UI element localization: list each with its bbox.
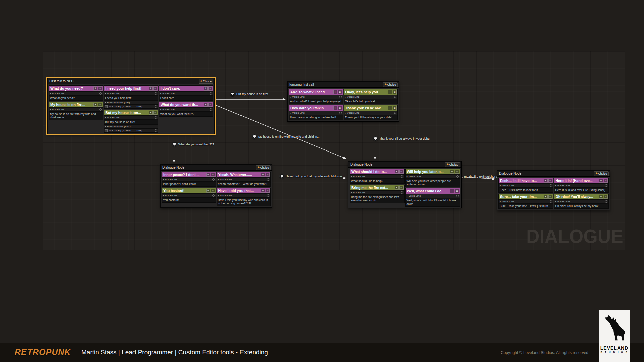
voice-line-row[interactable]: ▾ Voice Line — [554, 199, 609, 203]
dialogue-line-text[interactable]: What should I do to help? — [350, 178, 404, 183]
choice-entry[interactable]: I need your help first! + ≡ ▾ Voice Line… — [104, 85, 158, 109]
choice-entry-header[interactable]: Well, what could I do... + ≡ — [406, 188, 460, 194]
add-icon[interactable]: + — [93, 103, 97, 107]
add-icon[interactable]: + — [599, 195, 603, 199]
dialogue-line-text[interactable]: And so what? I need your help anyways! — [289, 99, 343, 104]
voice-line-row[interactable]: ▾ Voice Line — [350, 190, 404, 194]
connector-pin[interactable] — [155, 92, 157, 95]
connector-pin[interactable] — [394, 112, 396, 114]
node-header[interactable]: Dialogue Node + Choice — [348, 162, 461, 168]
choice-entry-header[interactable]: My house is on fire... + ≡ — [49, 102, 103, 107]
add-icon[interactable]: + — [206, 173, 210, 177]
voice-line-row[interactable]: ▾ Voice Line — [350, 174, 404, 178]
choice-entry[interactable]: Thank you! I'll be alw... + ≡ ▾ Voice Li… — [344, 105, 398, 120]
connector-pin[interactable] — [210, 92, 212, 95]
add-icon[interactable]: + — [206, 189, 210, 193]
choice-entry-header[interactable]: But my house is on... + ≡ — [104, 110, 158, 115]
connector-pin[interactable] — [550, 184, 552, 187]
dialogue-line-text[interactable]: Bring me the fire extinguisher and let's… — [350, 194, 404, 203]
add-icon[interactable]: + — [388, 106, 392, 110]
dialogue-line-text[interactable]: Sure... take your time... It will just b… — [499, 203, 553, 208]
menu-icon[interactable]: ≡ — [98, 103, 102, 107]
choice-entry-header[interactable]: Eeeh... I still have to... + ≡ — [499, 178, 553, 183]
dialogue-line-text[interactable]: Inner peace? I don't know... — [162, 181, 216, 186]
add-icon[interactable]: + — [261, 189, 265, 193]
connector-pin[interactable] — [155, 129, 157, 132]
menu-icon[interactable]: ≡ — [399, 170, 404, 174]
menu-icon[interactable]: ≡ — [208, 86, 212, 90]
connector-pin[interactable] — [605, 200, 607, 203]
menu-icon[interactable]: ≡ — [338, 106, 342, 110]
choice-entry[interactable]: I don't care. + ≡ ▾ Voice Line I don't c… — [159, 85, 213, 101]
choice-entry-header[interactable]: What should I do to... + ≡ — [350, 169, 404, 174]
dialogue-line-text[interactable]: What do you need? — [49, 95, 103, 100]
menu-icon[interactable]: ≡ — [98, 86, 102, 90]
add-icon[interactable]: + — [544, 179, 548, 183]
choice-entry-header[interactable]: I don't care. + ≡ — [159, 86, 213, 91]
add-icon[interactable]: + — [204, 103, 208, 107]
dialogue-line-text[interactable]: Well, what could I do. I'll wait till it… — [406, 198, 460, 206]
choice-entry-header[interactable]: Sure... take your tim... + ≡ — [499, 194, 553, 199]
add-icon[interactable]: + — [93, 86, 97, 90]
voice-line-row[interactable]: ▾ Voice Line — [217, 177, 271, 181]
choice-entry-header[interactable]: I need your help first! + ≡ — [104, 86, 158, 91]
choice-entry[interactable]: What do you want th... + ≡ ▾ Voice Line … — [159, 102, 213, 117]
menu-icon[interactable]: ≡ — [211, 173, 215, 177]
voice-line-row[interactable]: ▾ Voice Line — [406, 194, 460, 198]
add-icon[interactable]: + — [450, 170, 454, 174]
voice-line-row[interactable]: ▾ Voice Line — [159, 107, 213, 111]
dialogue-line-text[interactable]: My house is on fire with my wife and chi… — [49, 111, 103, 120]
preconditions-row[interactable]: ▾ Preconditions (OR) — [104, 100, 158, 104]
choice-entry-header[interactable]: Bring me the fire ext... + ≡ — [350, 185, 404, 190]
choice-entry-header[interactable]: Inner peace? I don't... + ≡ — [162, 172, 216, 177]
dialogue-line-text[interactable]: Here it is! (Hand over Fire Extinguisher… — [554, 187, 609, 192]
menu-icon[interactable]: ≡ — [455, 189, 459, 193]
connector-pin[interactable] — [339, 96, 342, 98]
dialogue-line-text[interactable]: Yeeah. Whatever... What do you want? — [217, 181, 271, 186]
voice-line-row[interactable]: ▾ Voice Line — [104, 115, 158, 119]
connector-pin[interactable] — [267, 178, 269, 181]
menu-icon[interactable]: ≡ — [208, 103, 212, 107]
add-icon[interactable]: + — [149, 86, 153, 90]
voice-line-row[interactable]: ▾ Voice Line — [104, 91, 158, 95]
choice-entry[interactable]: Have I told you that... + ≡ ▾ Voice Line… — [217, 188, 271, 206]
connector-pin[interactable] — [339, 112, 342, 114]
choice-entry-header[interactable]: How dare you talkin... + ≡ — [289, 105, 343, 111]
add-choice-button[interactable]: + Choice — [199, 79, 213, 84]
add-choice-button[interactable]: + Choice — [594, 171, 609, 176]
node-header[interactable]: Dialogue Node + Choice — [497, 171, 610, 177]
dialogue-line-text[interactable]: What do you want then??? — [159, 111, 213, 116]
dialogue-line-text[interactable]: But my house is on fire! — [104, 119, 158, 124]
choice-entry[interactable]: And so what? I need... + ≡ ▾ Voice Line … — [289, 89, 343, 104]
voice-line-row[interactable]: ▾ Voice Line — [162, 177, 216, 181]
choice-entry[interactable]: Sure... take your tim... + ≡ ▾ Voice Lin… — [498, 194, 553, 209]
connector-pin[interactable] — [99, 92, 102, 95]
menu-icon[interactable]: ≡ — [153, 111, 157, 115]
choice-entry[interactable]: Oh nice! You'll alway... + ≡ ▾ Voice Lin… — [554, 194, 609, 209]
choice-entry-header[interactable]: Here it is! (Hand ove... + ≡ — [554, 178, 609, 183]
choice-entry[interactable]: Okay, let's help you... + ≡ ▾ Voice Line… — [344, 89, 398, 104]
voice-line-row[interactable]: ▾ Voice Line — [289, 95, 343, 99]
dialogue-node[interactable]: Dialogue Node + Choice What should I do … — [348, 161, 461, 208]
connector-pin[interactable] — [267, 194, 269, 197]
voice-line-row[interactable]: ▾ Voice Line — [344, 95, 398, 99]
choice-entry-header[interactable]: Okay, let's help you... + ≡ — [344, 89, 398, 95]
node-header[interactable]: Dialogue Node + Choice — [161, 165, 272, 171]
choice-entry[interactable]: What do you need? + ≡ ▾ Voice Line What … — [49, 85, 103, 101]
add-choice-button[interactable]: + Choice — [256, 165, 271, 170]
voice-line-row[interactable]: ▾ Voice Line — [217, 193, 271, 197]
connector-pin[interactable] — [550, 200, 552, 203]
choice-entry[interactable]: Here it is! (Hand ove... + ≡ ▾ Voice Lin… — [554, 178, 609, 193]
dialogue-line-text[interactable]: Will help you later, other people are su… — [406, 178, 460, 187]
connector-pin[interactable] — [210, 108, 212, 111]
menu-icon[interactable]: ≡ — [338, 90, 342, 94]
add-icon[interactable]: + — [395, 170, 399, 174]
menu-icon[interactable]: ≡ — [604, 179, 608, 183]
add-icon[interactable]: + — [388, 90, 392, 94]
menu-icon[interactable]: ≡ — [548, 195, 552, 199]
voice-line-row[interactable]: ▾ Voice Line — [499, 199, 553, 203]
choice-entry-header[interactable]: Will help you later, o... + ≡ — [406, 169, 460, 174]
choice-entry[interactable]: Will help you later, o... + ≡ ▾ Voice Li… — [405, 169, 460, 187]
menu-icon[interactable]: ≡ — [548, 179, 552, 183]
connector-pin[interactable] — [155, 116, 157, 119]
